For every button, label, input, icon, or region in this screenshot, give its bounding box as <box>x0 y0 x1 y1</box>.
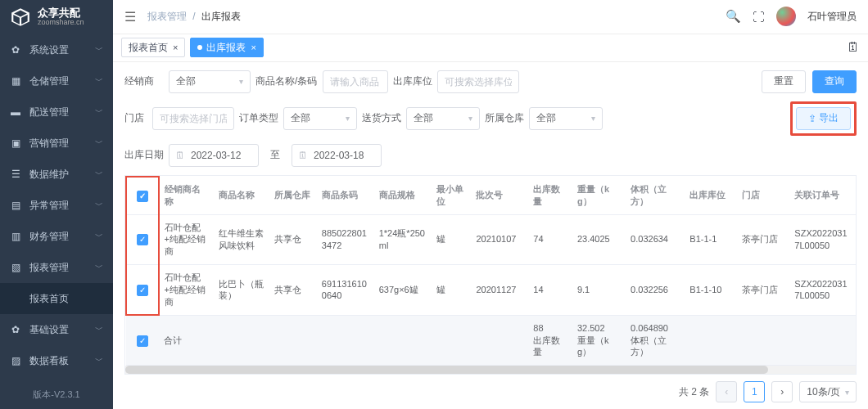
chevron-down-icon: ▾ <box>346 114 350 123</box>
sidebar-item-data[interactable]: ☰数据维护﹀ <box>0 159 113 190</box>
reset-button[interactable]: 重置 <box>762 70 806 93</box>
username: 石叶管理员 <box>807 10 857 24</box>
cell: 6911316100640 <box>317 265 374 316</box>
topbar: ☰ 报表管理 / 出库报表 🔍 ⛶ 石叶管理员 <box>113 0 868 34</box>
cell: 20201127 <box>471 265 528 316</box>
pager-page[interactable]: 1 <box>744 381 765 402</box>
cell: 茶亭门店 <box>737 265 789 316</box>
close-icon[interactable]: × <box>173 43 178 52</box>
footer-cell: 32.502 重量（kg） <box>572 315 626 366</box>
chevron-down-icon: ▾ <box>591 114 595 123</box>
pager-prev[interactable]: ‹ <box>716 381 737 402</box>
col-10: 出库库位 <box>685 177 737 214</box>
calendar-icon: 🗓 <box>298 150 308 161</box>
chevron-down-icon: ﹀ <box>95 75 103 87</box>
fullscreen-icon[interactable]: ⛶ <box>753 10 765 24</box>
label-delivery: 送货方式 <box>362 111 401 125</box>
avatar[interactable] <box>776 7 796 26</box>
truck-icon: ▬ <box>10 106 21 118</box>
sidebar-item-report[interactable]: ▧报表管理﹀ <box>0 252 113 283</box>
hamburger-icon[interactable]: ☰ <box>124 9 136 25</box>
data-table: ✓经销商名称商品名称所属仓库商品条码商品规格最小单位批次号出库数量重量（kg）体… <box>125 176 857 366</box>
list-icon: ▥ <box>10 231 21 242</box>
label-ordertype: 订单类型 <box>239 111 278 125</box>
export-button[interactable]: ⇪导出 <box>796 107 851 130</box>
sidebar-item-finance[interactable]: ▥财务管理﹀ <box>0 221 113 252</box>
select-dealer[interactable]: 全部▾ <box>169 70 251 93</box>
sidebar-item-delivery[interactable]: ▬配送管理﹀ <box>0 97 113 128</box>
cell: SZX20220317L00050 <box>789 265 852 316</box>
footer-cell <box>737 315 789 366</box>
chevron-down-icon: ﹀ <box>95 44 103 56</box>
cell: 0.032634 <box>626 214 685 265</box>
filter-panel: 经销商 全部▾ 商品名称/条码 出库库位 重置 查询 门店 订单类型 全部▾ 送… <box>113 62 868 170</box>
chevron-down-icon: ﹀ <box>95 262 103 273</box>
sidebar: 众享共配zoomshare.cn ✿系统设置﹀ ▦仓储管理﹀ ▬配送管理﹀ ▣营… <box>0 0 113 409</box>
chevron-down-icon: ▾ <box>239 77 243 86</box>
calendar-icon: 🗓 <box>175 150 185 161</box>
sidebar-item-dashboard[interactable]: ▨数据看板﹀ <box>0 345 113 376</box>
cell: 茶亭门店 <box>737 214 789 265</box>
footer-cell <box>269 315 317 366</box>
sidebar-item-warehouse[interactable]: ▦仓储管理﹀ <box>0 65 113 97</box>
version: 版本-V2.3.1 <box>0 380 113 409</box>
select-delivery[interactable]: 全部▾ <box>406 107 480 130</box>
brand-en: zoomshare.cn <box>38 19 84 27</box>
calendar-icon[interactable]: 🗓 <box>847 40 860 55</box>
label-date-sep: 至 <box>264 148 287 162</box>
label-dealer: 经销商 <box>124 74 164 88</box>
menu: ✿系统设置﹀ ▦仓储管理﹀ ▬配送管理﹀ ▣营销管理﹀ ☰数据维护﹀ ▤异常管理… <box>0 34 113 380</box>
bag-icon: ▣ <box>10 137 21 149</box>
pager-next[interactable]: › <box>771 381 793 402</box>
label-warehouse: 所属仓库 <box>485 111 524 125</box>
file-icon: ▤ <box>10 200 21 211</box>
scrollbar[interactable] <box>125 366 856 374</box>
gear-icon: ✿ <box>10 44 21 56</box>
sidebar-item-basic[interactable]: ✿基础设置﹀ <box>0 314 113 345</box>
footer-cell <box>432 315 472 366</box>
grid-icon: ▦ <box>10 75 21 87</box>
row-checkbox[interactable]: ✓ <box>126 214 159 265</box>
sidebar-item-exception[interactable]: ▤异常管理﹀ <box>0 190 113 221</box>
search-icon[interactable]: 🔍 <box>726 9 741 24</box>
chevron-down-icon: ﹀ <box>95 231 103 242</box>
cell: 637g×6罐 <box>374 265 432 316</box>
pager-size[interactable]: 10条/页▾ <box>799 381 857 402</box>
tab-outbound[interactable]: 出库报表× <box>190 38 263 57</box>
chevron-down-icon: ﹀ <box>95 355 103 366</box>
pager-total: 共 2 条 <box>679 385 709 399</box>
footer-cell <box>852 315 857 366</box>
checkbox-footer[interactable]: ✓ <box>126 315 159 366</box>
footer-cell: 合计 <box>159 315 215 366</box>
select-ordertype[interactable]: 全部▾ <box>283 107 357 130</box>
footer-cell <box>685 315 737 366</box>
footer-cell <box>214 315 269 366</box>
cell: 罐 <box>432 214 472 265</box>
tab-home[interactable]: 报表首页× <box>121 38 185 57</box>
col-3: 商品条码 <box>317 177 374 214</box>
breadcrumb: 报表管理 / 出库报表 <box>147 10 726 24</box>
input-product[interactable] <box>323 70 388 93</box>
col-11: 门店 <box>737 177 789 214</box>
chevron-down-icon: ▾ <box>845 388 849 397</box>
sidebar-sub-report-home[interactable]: 报表首页 <box>0 283 113 314</box>
label-date: 出库日期 <box>124 148 164 162</box>
footer-cell <box>789 315 852 366</box>
chevron-down-icon: ﹀ <box>95 324 103 335</box>
pager: 共 2 条 ‹ 1 › 10条/页▾ <box>113 375 868 409</box>
query-button[interactable]: 查询 <box>812 70 857 93</box>
label-store: 门店 <box>124 111 147 125</box>
upload-icon: ⇪ <box>808 113 816 124</box>
table-row: ✓石叶仓配+纯配经销商比巴卜（瓶装）共享仓6911316100640637g×6… <box>126 265 857 316</box>
sidebar-item-marketing[interactable]: ▣营销管理﹀ <box>0 128 113 159</box>
sidebar-item-system[interactable]: ✿系统设置﹀ <box>0 34 113 65</box>
input-store[interactable] <box>152 107 234 130</box>
cube-icon <box>10 7 31 28</box>
checkbox-all[interactable]: ✓ <box>126 177 159 214</box>
row-checkbox[interactable]: ✓ <box>126 265 159 316</box>
input-outpos[interactable] <box>437 70 519 93</box>
chart-icon: ▧ <box>10 262 21 273</box>
select-warehouse[interactable]: 全部▾ <box>529 107 603 130</box>
close-icon[interactable]: × <box>251 43 255 52</box>
gear-icon: ✿ <box>10 324 21 335</box>
